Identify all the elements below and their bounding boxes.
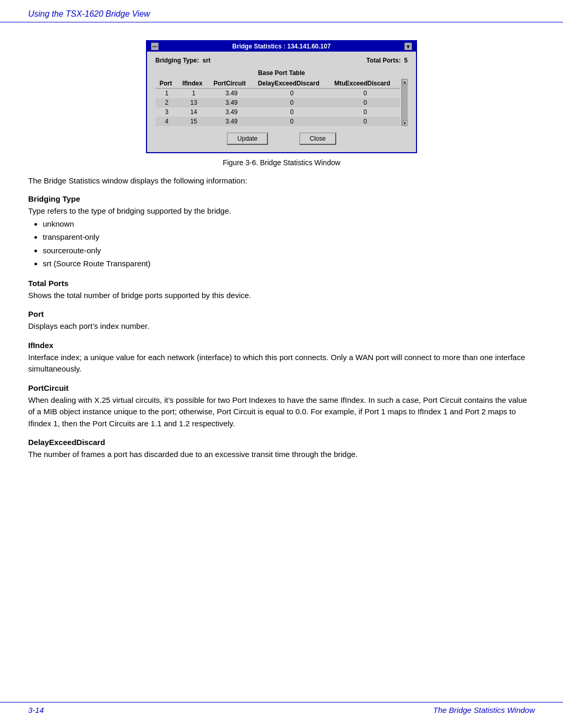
cell-mtu-2: 0 (330, 107, 400, 117)
window-info-row: Bridging Type: srt Total Ports: 5 (155, 57, 408, 64)
cell-ifindex-3: 15 (178, 117, 210, 126)
table-row: 4153.4900 (155, 117, 400, 126)
table-row: 2133.4900 (155, 98, 400, 107)
window-titlebar: — Bridge Statistics : 134.141.60.107 ▼ (147, 41, 416, 52)
section-body-bridging-type: Type refers to the type of bridging supp… (28, 205, 535, 217)
close-button[interactable]: Close (299, 132, 336, 145)
cell-delay-2: 0 (254, 107, 331, 117)
scrollbar-up[interactable]: ▲ (402, 79, 408, 84)
section-delayexceeddiscard: DelayExceedDiscardThe number of frames a… (28, 438, 535, 461)
section-total-ports: Total PortsShows the total number of bri… (28, 279, 535, 302)
table-section-title: Base Port Table (155, 69, 408, 77)
cell-ifindex-1: 13 (178, 98, 210, 107)
window-menu-icon[interactable]: ▼ (405, 43, 412, 50)
window-body: Bridging Type: srt Total Ports: 5 Base P… (147, 52, 416, 152)
col-mtuexceeddiscard: MtuExceedDiscard (330, 79, 400, 89)
update-button[interactable]: Update (227, 132, 268, 145)
page-footer: 3-14 The Bridge Statistics Window (0, 702, 563, 718)
bridging-type-label-text: Bridging Type: srt (155, 57, 211, 64)
main-content: — Bridge Statistics : 134.141.60.107 ▼ B… (0, 22, 563, 511)
scrollbar[interactable]: ▲ ▼ (401, 79, 408, 126)
scrollbar-down[interactable]: ▼ (402, 120, 408, 126)
col-ifindex: IfIndex (178, 79, 210, 89)
cell-port-1: 2 (155, 98, 178, 107)
cell-portcircuit-0: 3.49 (209, 89, 253, 98)
window-frame: — Bridge Statistics : 134.141.60.107 ▼ B… (146, 40, 417, 153)
section-body-portcircuit: When dealing with X.25 virtual circuits,… (28, 394, 535, 430)
table-wrapper: Port IfIndex PortCircuit DelayExceedDisc… (155, 79, 408, 126)
cell-mtu-3: 0 (330, 117, 400, 126)
cell-port-3: 4 (155, 117, 178, 126)
list-item: srt (Source Route Transparent) (43, 257, 535, 270)
figure-caption: Figure 3-6. Bridge Statistics Window (28, 158, 535, 167)
list-item: unknown (43, 217, 535, 231)
bridging-type-value: srt (202, 57, 210, 64)
section-title-portcircuit: PortCircuit (28, 384, 535, 392)
header-title: Using the TSX-1620 Bridge View (28, 9, 150, 19)
list-item: sourceroute-only (43, 244, 535, 257)
cell-portcircuit-2: 3.49 (209, 107, 253, 117)
cell-portcircuit-1: 3.49 (209, 98, 253, 107)
cell-ifindex-0: 1 (178, 89, 210, 98)
cell-mtu-1: 0 (330, 98, 400, 107)
base-port-table: Port IfIndex PortCircuit DelayExceedDisc… (155, 79, 400, 126)
cell-portcircuit-3: 3.49 (209, 117, 253, 126)
section-title-port: Port (28, 310, 535, 318)
total-ports-value: 5 (404, 57, 408, 64)
table-row: 113.4900 (155, 89, 400, 98)
section-body-total-ports: Shows the total number of bridge ports s… (28, 290, 535, 302)
section-title-ifindex: IfIndex (28, 341, 535, 350)
section-portcircuit: PortCircuitWhen dealing with X.25 virtua… (28, 384, 535, 430)
total-ports-label: Total Ports: (366, 57, 401, 64)
section-title-delayexceeddiscard: DelayExceedDiscard (28, 438, 535, 447)
intro-text: The Bridge Statistics window displays th… (28, 176, 535, 185)
cell-mtu-0: 0 (330, 89, 400, 98)
cell-port-0: 1 (155, 89, 178, 98)
cell-delay-1: 0 (254, 98, 331, 107)
cell-delay-3: 0 (254, 117, 331, 126)
cell-ifindex-2: 14 (178, 107, 210, 117)
section-body-ifindex: Interface index; a unique value for each… (28, 352, 535, 375)
window-container: — Bridge Statistics : 134.141.60.107 ▼ B… (28, 40, 535, 153)
section-title-bridging-type: Bridging Type (28, 194, 535, 203)
sections-container: Bridging TypeType refers to the type of … (28, 194, 535, 461)
list-item: transparent-only (43, 230, 535, 244)
total-ports-label-text: Total Ports: 5 (366, 57, 408, 64)
section-ifindex: IfIndexInterface index; a unique value f… (28, 341, 535, 375)
section-port: PortDisplays each port’s index number. (28, 310, 535, 332)
window-minimize-icon[interactable]: — (151, 43, 158, 50)
table-row: 3143.4900 (155, 107, 400, 117)
footer-left: 3-14 (28, 706, 44, 714)
window-buttons: Update Close (155, 132, 408, 145)
page-header: Using the TSX-1620 Bridge View (0, 0, 563, 22)
section-bullets-bridging-type: unknowntransparent-onlysourceroute-onlys… (43, 217, 535, 270)
section-bridging-type: Bridging TypeType refers to the type of … (28, 194, 535, 270)
window-title: Bridge Statistics : 134.141.60.107 (232, 43, 331, 50)
col-portcircuit: PortCircuit (209, 79, 253, 89)
col-port: Port (155, 79, 178, 89)
footer-right: The Bridge Statistics Window (433, 706, 535, 714)
bridging-type-label: Bridging Type: (155, 57, 199, 64)
section-body-delayexceeddiscard: The number of frames a port has discarde… (28, 449, 535, 461)
section-body-port: Displays each port’s index number. (28, 320, 535, 332)
section-title-total-ports: Total Ports (28, 279, 535, 288)
cell-delay-0: 0 (254, 89, 331, 98)
col-delayexceeddiscard: DelayExceedDiscard (254, 79, 331, 89)
cell-port-2: 3 (155, 107, 178, 117)
